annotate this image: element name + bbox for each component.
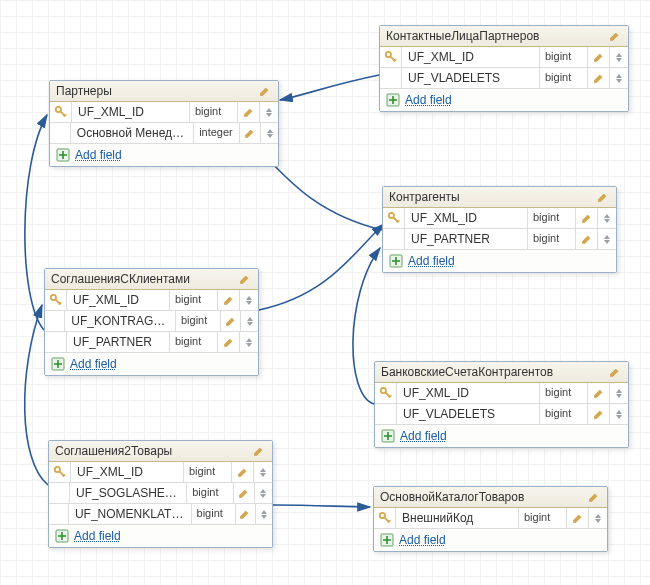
field-type: bigint [176,311,221,331]
field-row[interactable]: UF_SOGLASHENIE bigint [49,482,272,503]
reorder-handle[interactable] [256,504,272,524]
reorder-handle[interactable] [254,462,272,482]
field-type: bigint [540,47,588,67]
table-katalog[interactable]: ОсновнойКаталогТоваров ВнешнийКод bigint… [373,486,608,552]
field-row[interactable]: UF_VLADELETS bigint [380,67,628,88]
reorder-handle[interactable] [260,102,278,122]
edit-field-icon[interactable] [232,462,254,482]
add-field-icon[interactable] [386,93,400,107]
reorder-handle[interactable] [598,208,616,228]
table-footer: Add field [383,250,616,272]
edit-table-icon[interactable] [258,84,272,98]
edit-table-icon[interactable] [252,444,266,458]
edit-field-icon[interactable] [588,47,610,67]
reorder-handle[interactable] [240,332,258,352]
add-field-link[interactable]: Add field [400,429,447,443]
reorder-handle[interactable] [261,123,278,143]
table-header[interactable]: БанковскиеСчетаКонтрагентов [375,362,628,383]
table-soglasheniya2tovary[interactable]: Соглашения2Товары UF_XML_ID bigint UF_SO… [48,440,273,548]
field-type: bigint [540,404,588,424]
field-row[interactable]: UF_VLADELETS bigint [375,403,628,424]
add-field-icon[interactable] [380,533,394,547]
table-title: Партнеры [56,84,112,98]
edit-field-icon[interactable] [240,123,261,143]
field-row[interactable]: UF_PARTNER bigint [383,228,616,249]
edit-table-icon[interactable] [587,490,601,504]
add-field-icon[interactable] [51,357,65,371]
edit-field-icon[interactable] [588,404,610,424]
field-name: UF_NOMENKLATURA [69,504,192,524]
table-header[interactable]: КонтактныеЛицаПартнеров [380,26,628,47]
field-type: bigint [519,508,567,528]
table-header[interactable]: ОсновнойКаталогТоваров [374,487,607,508]
edit-table-icon[interactable] [608,365,622,379]
key-icon [375,383,397,403]
field-row[interactable]: UF_XML_ID bigint [383,208,616,228]
table-banksheta[interactable]: БанковскиеСчетаКонтрагентов UF_XML_ID bi… [374,361,629,448]
edit-field-icon[interactable] [588,383,610,403]
reorder-handle[interactable] [610,68,628,88]
edit-field-icon[interactable] [576,208,598,228]
edit-field-icon[interactable] [576,229,598,249]
fields-list: UF_XML_ID bigint UF_VLADELETS bigint [375,383,628,425]
table-soglasheniya[interactable]: СоглашенияСКлиентами UF_XML_ID bigint UF… [44,268,259,376]
add-field-icon[interactable] [56,148,70,162]
add-field-link[interactable]: Add field [405,93,452,107]
field-type: bigint [170,290,218,310]
add-field-link[interactable]: Add field [70,357,117,371]
field-type: bigint [187,483,233,503]
field-row[interactable]: Основной Менеджер integer [50,122,278,143]
table-kontaktnye[interactable]: КонтактныеЛицаПартнеров UF_XML_ID bigint… [379,25,629,112]
add-field-icon[interactable] [55,529,69,543]
field-type: bigint [184,462,232,482]
table-title: СоглашенияСКлиентами [51,272,190,286]
add-field-link[interactable]: Add field [74,529,121,543]
add-field-link[interactable]: Add field [399,533,446,547]
field-row[interactable]: UF_XML_ID bigint [380,47,628,67]
field-row[interactable]: UF_XML_ID bigint [49,462,272,482]
reorder-handle[interactable] [610,383,628,403]
edit-table-icon[interactable] [596,190,610,204]
reorder-handle[interactable] [610,404,628,424]
field-row[interactable]: UF_XML_ID bigint [45,290,258,310]
edit-field-icon[interactable] [236,504,256,524]
field-row[interactable]: UF_KONTRAGENT bigint [45,310,258,331]
field-name: UF_PARTNER [67,332,170,352]
reorder-handle[interactable] [589,508,607,528]
edit-field-icon[interactable] [567,508,589,528]
field-name: UF_XML_ID [397,383,540,403]
table-header[interactable]: Соглашения2Товары [49,441,272,462]
reorder-handle[interactable] [255,483,272,503]
add-field-icon[interactable] [381,429,395,443]
field-row[interactable]: UF_PARTNER bigint [45,331,258,352]
edit-field-icon[interactable] [218,332,240,352]
add-field-icon[interactable] [389,254,403,268]
field-name: UF_XML_ID [405,208,528,228]
edit-field-icon[interactable] [218,290,240,310]
table-partnery[interactable]: Партнеры UF_XML_ID bigint Основной Менед… [49,80,279,167]
add-field-link[interactable]: Add field [75,148,122,162]
field-row[interactable]: UF_NOMENKLATURA bigint [49,503,272,524]
reorder-handle[interactable] [241,311,258,331]
edit-field-icon[interactable] [234,483,255,503]
table-header[interactable]: Партнеры [50,81,278,102]
field-row[interactable]: ВнешнийКод bigint [374,508,607,528]
field-row[interactable]: UF_XML_ID bigint [375,383,628,403]
edit-field-icon[interactable] [238,102,260,122]
reorder-handle[interactable] [610,47,628,67]
field-row[interactable]: UF_XML_ID bigint [50,102,278,122]
reorder-handle[interactable] [598,229,616,249]
add-field-link[interactable]: Add field [408,254,455,268]
field-name: UF_XML_ID [402,47,540,67]
table-title: КонтактныеЛицаПартнеров [386,29,540,43]
table-header[interactable]: СоглашенияСКлиентами [45,269,258,290]
table-title: БанковскиеСчетаКонтрагентов [381,365,553,379]
edit-table-icon[interactable] [608,29,622,43]
table-footer: Add field [374,529,607,551]
edit-field-icon[interactable] [221,311,241,331]
reorder-handle[interactable] [240,290,258,310]
table-header[interactable]: Контрагенты [383,187,616,208]
edit-table-icon[interactable] [238,272,252,286]
table-kontragenty[interactable]: Контрагенты UF_XML_ID bigint UF_PARTNER … [382,186,617,273]
edit-field-icon[interactable] [588,68,610,88]
